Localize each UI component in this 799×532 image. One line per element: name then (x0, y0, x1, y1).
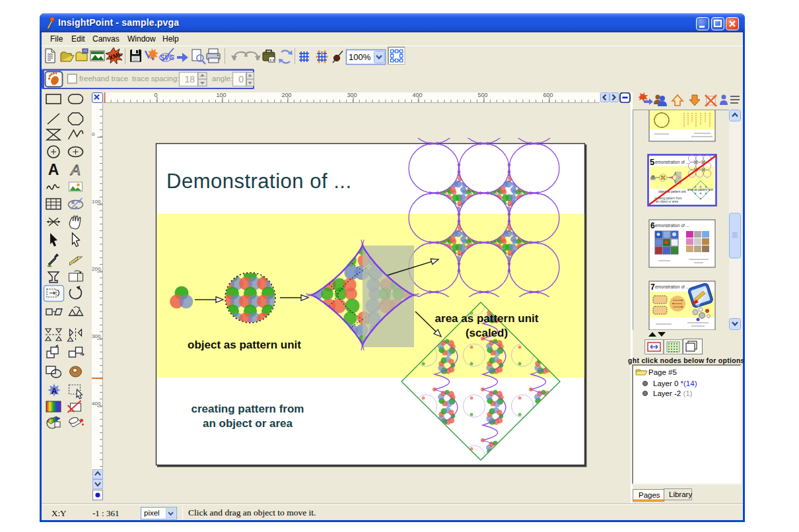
svg-text:emonstration of ...: emonstration of ... (655, 284, 689, 289)
svg-text:400: 400 (412, 92, 422, 98)
svg-text:emonstration of ...: emonstration of ... (655, 160, 689, 164)
svg-text:freehand trace: freehand trace (79, 75, 128, 83)
svg-text:Library: Library (669, 490, 692, 498)
svg-text:6: 6 (650, 221, 655, 230)
svg-text:7: 7 (650, 283, 655, 292)
svg-text:A: A (52, 387, 57, 396)
svg-text:an object or area: an object or area (656, 200, 678, 203)
svg-text:creating pattern from: creating pattern from (191, 403, 304, 415)
svg-text:100%: 100% (349, 52, 371, 62)
svg-text:500: 500 (477, 92, 487, 98)
svg-text:A: A (48, 161, 59, 178)
svg-text:300: 300 (92, 333, 101, 339)
svg-text:Pages: Pages (639, 491, 660, 499)
svg-text:100: 100 (216, 92, 226, 98)
svg-text:Layer -2 (1): Layer -2 (1) (653, 389, 693, 397)
svg-text:area as pattern unit: area as pattern unit (435, 312, 539, 325)
svg-text:Demonstration of ...: Demonstration of ... (166, 170, 352, 193)
svg-text:5: 5 (650, 157, 654, 167)
svg-text:emonstration of ...: emonstration of ... (655, 223, 689, 228)
svg-text:200: 200 (281, 92, 291, 98)
svg-text:18: 18 (184, 74, 195, 84)
svg-text:600: 600 (543, 92, 553, 98)
svg-text:object as pattern unit: object as pattern unit (188, 339, 301, 351)
svg-text:(scaled): (scaled) (466, 327, 508, 339)
svg-text:object as pattern unit: object as pattern unit (658, 190, 687, 193)
svg-text:0: 0 (154, 92, 157, 98)
svg-text:300: 300 (347, 92, 357, 98)
svg-text:Layer 0 *(14): Layer 0 *(14) (653, 380, 697, 387)
svg-text:0: 0 (92, 131, 95, 137)
svg-text:an object or area: an object or area (203, 417, 293, 430)
svg-text:Page #5: Page #5 (648, 368, 677, 376)
svg-text:400: 400 (92, 401, 101, 407)
svg-text:A: A (69, 162, 81, 178)
svg-text:200: 200 (92, 266, 101, 272)
svg-text:area as pattern unit: area as pattern unit (687, 188, 714, 191)
svg-text:trace spacing:: trace spacing: (132, 75, 180, 83)
svg-text:0: 0 (238, 74, 244, 84)
svg-text:angle:: angle: (212, 75, 232, 83)
svg-text:100: 100 (92, 199, 101, 205)
